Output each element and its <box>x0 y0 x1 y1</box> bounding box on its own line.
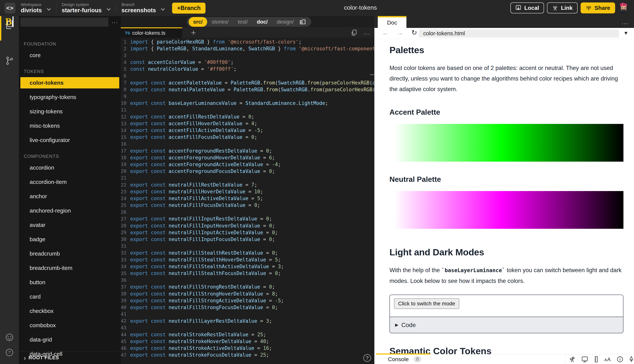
reload-icon[interactable]: ↻ <box>411 29 417 36</box>
code-line[interactable]: 7export const accentPaletteValue = Palet… <box>121 80 374 86</box>
code-area[interactable]: 1import { parseColorHexRGB } from '@micr… <box>121 38 374 364</box>
forward-arrow-icon[interactable]: → <box>396 29 403 37</box>
root-files-toggle[interactable]: › ROOT FILES <box>19 351 121 364</box>
sidebar-item-avatar[interactable]: avatar <box>20 219 119 231</box>
code-line[interactable]: 22export const neutralFillRestDeltaValue… <box>121 182 374 188</box>
code-accordion-toggle[interactable]: ▶ Code <box>390 317 623 333</box>
dropdown-caret-icon[interactable]: ▼ <box>623 30 628 36</box>
files-icon[interactable] <box>0 20 19 30</box>
sidebar-item-misc-tokens[interactable]: misc-tokens <box>20 120 119 132</box>
code-line[interactable]: 20export const accentForegroundFocusDelt… <box>121 168 374 175</box>
code-line[interactable]: 31 <box>121 243 374 250</box>
code-line[interactable]: 29export const neutralFillInputActiveDel… <box>121 229 374 236</box>
code-line[interactable]: 11 <box>121 106 374 113</box>
preview-menu-button[interactable]: ... <box>621 19 628 26</box>
sidebar-item-accordion-item[interactable]: accordion-item <box>20 176 119 188</box>
help-icon[interactable]: ? <box>0 348 19 357</box>
console-toggle[interactable]: Console <box>388 356 409 362</box>
file-tab-color-tokens[interactable]: TS color-tokens.ts <box>121 27 182 38</box>
monitor-icon[interactable] <box>581 356 588 363</box>
new-tab-button[interactable]: + <box>188 27 199 38</box>
code-line[interactable]: 43 <box>121 324 374 331</box>
dir-tab-doc[interactable]: doc/ <box>252 17 272 27</box>
editor-help-button[interactable]: ? <box>363 354 371 362</box>
code-line[interactable]: 19export const accentForegroundActiveDel… <box>121 161 374 168</box>
ruler-icon[interactable] <box>593 356 600 363</box>
copy-file-icon[interactable] <box>351 29 357 36</box>
code-line[interactable]: 38export const neutralFillStrongHoverDel… <box>121 290 374 297</box>
code-line[interactable]: 10export const baseLayerLuminanceValue =… <box>121 100 374 106</box>
code-line[interactable]: 40export const neutralFillStrongFocusDel… <box>121 304 374 311</box>
sidebar-item-typography-tokens[interactable]: typography-tokens <box>20 92 119 103</box>
code-line[interactable]: 16 <box>121 140 374 147</box>
code-line[interactable]: 25export const neutralFillFocusDeltaValu… <box>121 202 374 208</box>
sidebar-item-badge[interactable]: badge <box>20 234 119 245</box>
workspace-switcher[interactable]: Workspace divriots <box>21 2 51 14</box>
code-line[interactable]: 6 <box>121 72 374 79</box>
sidebar-item-live-configurator[interactable]: live-configurator <box>20 134 119 146</box>
code-line[interactable]: 17export const accentForegroundRestDelta… <box>121 148 374 154</box>
screenshot-icon[interactable] <box>298 19 309 25</box>
code-line[interactable]: 24export const neutralFillActiveDeltaVal… <box>121 195 374 202</box>
sidebar-item-breadcrumb[interactable]: breadcrumb <box>20 248 119 259</box>
dir-tab-design[interactable]: design/ <box>272 17 298 27</box>
dir-tab-stories[interactable]: stories/ <box>207 17 233 27</box>
divriots-logo-icon[interactable]: <> <box>5 3 16 14</box>
code-line[interactable]: 44export const neutralStrokeRestDeltaVal… <box>121 331 374 338</box>
code-line[interactable]: 37export const neutralFillStrongRestDelt… <box>121 284 374 290</box>
sidebar-item-accordion[interactable]: accordion <box>20 162 119 173</box>
sidebar-item-checkbox[interactable]: checkbox <box>20 305 119 317</box>
code-line[interactable]: 14export const accentFillActiveDeltaValu… <box>121 127 374 134</box>
code-line[interactable]: 32export const neutralFillStealthRestDel… <box>121 250 374 256</box>
sidebar-item-data-grid[interactable]: data-grid <box>20 334 119 345</box>
code-line[interactable]: 9 <box>121 93 374 100</box>
design-system-switcher[interactable]: Design system starter-furious <box>62 2 111 14</box>
share-button[interactable]: Share <box>580 2 615 14</box>
code-line[interactable]: 47export const neutralStrokeFocusDeltaVa… <box>121 352 374 358</box>
code-line[interactable]: 28export const neutralFillInputHoverDelt… <box>121 222 374 229</box>
code-line[interactable]: 26 <box>121 208 374 216</box>
feedback-smiley-icon[interactable] <box>0 333 19 342</box>
git-branch-icon[interactable] <box>0 56 19 66</box>
code-line[interactable]: 12export const accentFillRestDeltaValue … <box>121 113 374 120</box>
sidebar-item-color-tokens[interactable]: color-tokens <box>20 77 119 88</box>
sidebar-item-breadcrumb-item[interactable]: breadcrumb-item <box>20 262 119 274</box>
local-button[interactable]: Local <box>510 2 544 14</box>
switch-mode-button[interactable]: Click to switch the mode <box>394 298 459 309</box>
editor-menu-button[interactable]: ... <box>364 30 370 36</box>
user-avatar[interactable] <box>618 2 629 14</box>
dir-tab-src[interactable]: src/ <box>189 17 207 27</box>
code-line[interactable]: 34export const neutralFillStealthActiveD… <box>121 263 374 270</box>
code-line[interactable]: 15export const accentFillFocusDeltaValue… <box>121 134 374 140</box>
code-line[interactable]: 8export const neutralPaletteValue = Pale… <box>121 86 374 93</box>
sidebar-item-core[interactable]: core <box>20 50 119 61</box>
code-line[interactable]: 18export const accentForegroundHoverDelt… <box>121 154 374 161</box>
code-line[interactable]: 23export const neutralFillHoverDeltaValu… <box>121 188 374 195</box>
sidebar-menu-button[interactable]: ... <box>112 18 118 24</box>
pen-icon[interactable] <box>628 356 634 363</box>
tab-doc[interactable]: Doc <box>378 16 406 28</box>
font-size-icon[interactable]: AA <box>604 357 612 362</box>
sidebar-item-combobox[interactable]: combobox <box>20 320 119 331</box>
back-arrow-icon[interactable]: ← <box>382 29 389 37</box>
code-line[interactable]: 41 <box>121 311 374 318</box>
code-line[interactable]: 5const neutralColorValue = '#ff00ff'; <box>121 66 374 72</box>
link-button[interactable]: Link <box>547 2 577 14</box>
scrollbar-thumb[interactable] <box>370 74 374 75</box>
sidebar-item-anchored-region[interactable]: anchored-region <box>20 205 119 216</box>
new-branch-button[interactable]: +Branch <box>172 3 206 14</box>
code-line[interactable]: 45export const neutralStrokeHoverDeltaVa… <box>121 338 374 345</box>
code-line[interactable]: 21 <box>121 175 374 182</box>
sidebar-item-button[interactable]: button <box>20 277 119 288</box>
code-line[interactable]: 33export const neutralFillStealthHoverDe… <box>121 256 374 263</box>
dir-tab-test[interactable]: test/ <box>233 17 252 27</box>
code-line[interactable]: 2import { PaletteRGB, StandardLuminance,… <box>121 45 374 52</box>
code-line[interactable]: 13export const accentFillHoverDeltaValue… <box>121 120 374 127</box>
code-line[interactable]: 4const accentColorValue = '#00ff00'; <box>121 59 374 66</box>
code-line[interactable]: 36 <box>121 277 374 284</box>
code-line[interactable]: 3 <box>121 52 374 59</box>
branch-switcher[interactable]: Branch screenshots <box>122 2 165 14</box>
code-line[interactable]: 39export const neutralFillStrongActiveDe… <box>121 297 374 304</box>
telescope-icon[interactable] <box>570 356 576 363</box>
code-line[interactable]: 35export const neutralFillStealthFocusDe… <box>121 270 374 277</box>
